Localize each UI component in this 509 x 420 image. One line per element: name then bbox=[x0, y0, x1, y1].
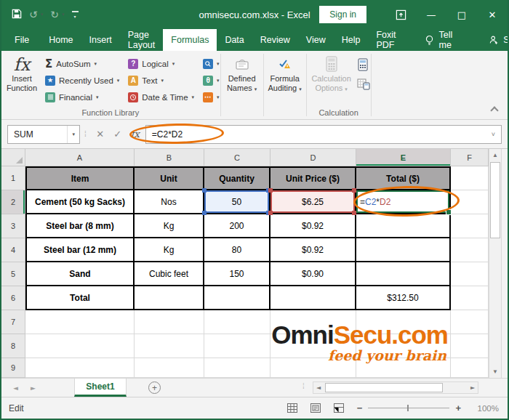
row-header-2[interactable]: 2 bbox=[1, 190, 25, 214]
calculation-options-button[interactable]: Calculation Options ▾ bbox=[308, 54, 356, 94]
cell-a3[interactable]: Steel bar (8 mm) bbox=[25, 214, 135, 238]
redo-dropdown-icon[interactable]: ▾ bbox=[62, 12, 65, 17]
cell-a2[interactable]: Cement (50 kg Sacks) bbox=[25, 190, 135, 214]
recently-used-button[interactable]: ★ Recently Used▾ bbox=[45, 72, 119, 89]
cell[interactable] bbox=[204, 334, 270, 358]
cell-c1[interactable]: Quantity bbox=[204, 166, 270, 190]
enter-button[interactable]: ✓ bbox=[109, 125, 127, 144]
calculate-now-icon[interactable] bbox=[357, 58, 370, 74]
page-layout-view-icon[interactable] bbox=[310, 403, 321, 413]
cell-a6[interactable]: Total bbox=[25, 286, 135, 310]
cell[interactable] bbox=[451, 310, 489, 334]
collapse-ribbon-icon[interactable] bbox=[490, 106, 498, 114]
cell-b2[interactable]: Nos bbox=[135, 190, 204, 214]
zoom-out-button[interactable]: − bbox=[357, 403, 363, 413]
cell-e3[interactable] bbox=[356, 214, 451, 238]
cell[interactable] bbox=[25, 358, 135, 378]
cell-b1[interactable]: Unit bbox=[135, 166, 204, 190]
cell-d3[interactable]: $0.92 bbox=[270, 214, 356, 238]
row-header-9[interactable]: 9 bbox=[1, 358, 25, 378]
column-header-b[interactable]: B bbox=[135, 149, 204, 166]
close-button[interactable]: ✕ bbox=[477, 0, 508, 29]
cell-b5[interactable]: Cubic feet bbox=[135, 262, 204, 286]
cell-b6[interactable] bbox=[135, 286, 204, 310]
maximize-button[interactable]: □ bbox=[446, 0, 477, 29]
cell-e5[interactable] bbox=[356, 262, 451, 286]
calculate-sheet-icon[interactable] bbox=[357, 78, 370, 93]
minimize-button[interactable]: — bbox=[416, 0, 446, 29]
column-header-e[interactable]: E bbox=[356, 149, 451, 166]
insert-function-button[interactable]: fx Insert Function bbox=[1, 54, 42, 93]
tab-scroll-divider[interactable]: ⁞ bbox=[302, 382, 305, 390]
next-sheet-icon[interactable]: ► bbox=[31, 379, 36, 397]
cell[interactable] bbox=[25, 334, 135, 358]
cell[interactable] bbox=[135, 358, 204, 378]
name-box[interactable]: SUM ▾ bbox=[7, 125, 80, 144]
column-header-d[interactable]: D bbox=[270, 149, 356, 166]
zoom-in-button[interactable]: + bbox=[455, 403, 461, 413]
cell[interactable] bbox=[451, 334, 489, 358]
horizontal-scroll-thumb[interactable] bbox=[325, 383, 443, 392]
horizontal-scrollbar[interactable]: ◄ ► bbox=[313, 381, 478, 394]
scroll-left-icon[interactable]: ◄ bbox=[313, 382, 324, 393]
cell[interactable] bbox=[451, 190, 489, 214]
cell[interactable] bbox=[451, 166, 489, 190]
cell-c4[interactable]: 80 bbox=[204, 238, 270, 262]
cell-c2[interactable]: 50 bbox=[204, 190, 270, 214]
cell-c5[interactable]: 150 bbox=[204, 262, 270, 286]
save-icon[interactable] bbox=[12, 9, 22, 20]
column-header-c[interactable]: C bbox=[204, 149, 270, 166]
logical-button[interactable]: ? Logical▾ bbox=[128, 55, 194, 72]
cell-d6[interactable] bbox=[270, 286, 356, 310]
tab-insert[interactable]: Insert bbox=[81, 29, 120, 51]
row-header-6[interactable]: 6 bbox=[1, 286, 25, 310]
cell-c3[interactable]: 200 bbox=[204, 214, 270, 238]
scroll-down-icon[interactable]: ▼ bbox=[489, 366, 501, 378]
tab-review[interactable]: Review bbox=[252, 29, 298, 51]
new-sheet-button[interactable]: + bbox=[148, 381, 161, 394]
prev-sheet-icon[interactable]: ◄ bbox=[13, 379, 18, 397]
undo-dropdown-icon[interactable]: ▾ bbox=[41, 12, 44, 17]
sign-in-button[interactable]: Sign in bbox=[319, 6, 366, 23]
tab-help[interactable]: Help bbox=[334, 29, 369, 51]
tab-view[interactable]: View bbox=[298, 29, 334, 51]
cell-e1[interactable]: Total ($) bbox=[356, 166, 451, 190]
row-header-4[interactable]: 4 bbox=[1, 238, 25, 262]
cell-a4[interactable]: Steel bar (12 mm) bbox=[25, 238, 135, 262]
more-functions-button[interactable]: ⋯ ▾ bbox=[203, 89, 220, 105]
row-header-8[interactable]: 8 bbox=[1, 334, 25, 358]
name-box-dropdown-icon[interactable]: ▾ bbox=[67, 126, 79, 143]
row-header-3[interactable]: 3 bbox=[1, 214, 25, 238]
zoom-slider[interactable] bbox=[368, 408, 449, 408]
expand-formula-bar-icon[interactable]: ˅ bbox=[492, 131, 495, 138]
cell[interactable] bbox=[204, 310, 270, 334]
cancel-button[interactable]: ✕ bbox=[92, 125, 109, 144]
tab-foxit-pdf[interactable]: Foxit PDF bbox=[368, 29, 404, 51]
tell-me-tab[interactable]: Tell me bbox=[417, 29, 460, 51]
zoom-level[interactable]: 100% bbox=[474, 404, 499, 413]
formula-auditing-button[interactable]: Formula Auditing ▾ bbox=[265, 54, 305, 94]
autosum-button[interactable]: Σ AutoSum▾ bbox=[45, 55, 119, 72]
cell-e6[interactable]: $312.50 bbox=[356, 286, 451, 310]
cell-a5[interactable]: Sand bbox=[25, 262, 135, 286]
formula-bar-handle[interactable]: ⁞ bbox=[84, 130, 87, 138]
tab-home[interactable]: Home bbox=[41, 29, 81, 51]
cell[interactable] bbox=[451, 262, 489, 286]
undo-icon[interactable]: ↺ bbox=[29, 9, 38, 20]
share-tab[interactable]: Share bbox=[481, 29, 509, 51]
tab-data[interactable]: Data bbox=[217, 29, 252, 51]
cell[interactable] bbox=[135, 310, 204, 334]
cell-c6[interactable] bbox=[204, 286, 270, 310]
cell-b3[interactable]: Kg bbox=[135, 214, 204, 238]
column-header-a[interactable]: A bbox=[25, 149, 135, 166]
cell-d2[interactable]: $6.25 bbox=[270, 190, 356, 214]
tab-file[interactable]: File bbox=[3, 29, 41, 51]
tab-page-layout[interactable]: Page Layout bbox=[120, 29, 164, 51]
vertical-scroll-thumb[interactable] bbox=[490, 162, 500, 238]
zoom-slider-handle[interactable] bbox=[407, 405, 409, 411]
lookup-reference-button[interactable]: ▾ bbox=[203, 55, 220, 72]
cell[interactable] bbox=[451, 214, 489, 238]
page-break-preview-icon[interactable] bbox=[334, 403, 344, 413]
defined-names-button[interactable]: Defined Names ▾ bbox=[222, 54, 262, 94]
cell-e4[interactable] bbox=[356, 238, 451, 262]
